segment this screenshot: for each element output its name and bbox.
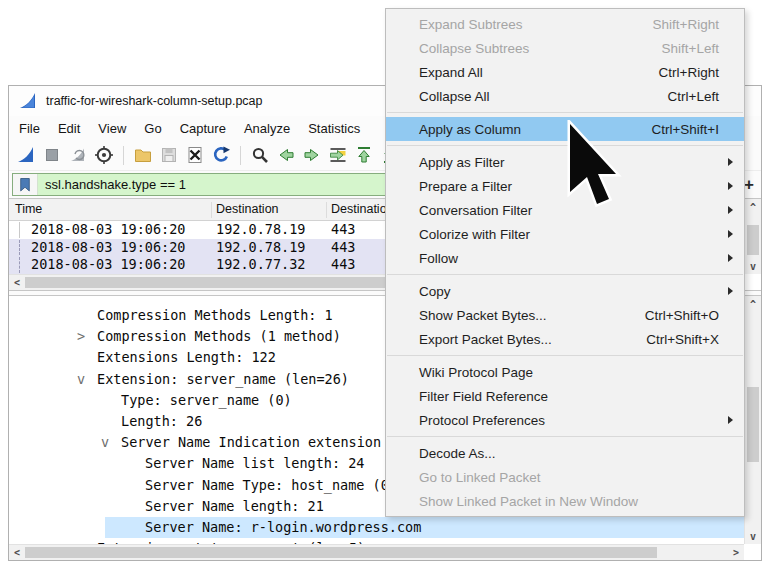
menu-item-shortcut: Ctrl+Shift+I [651, 122, 719, 137]
menu-item[interactable]: Expand All Ctrl+Right [386, 60, 744, 84]
menu-item-label: Wiki Protocol Page [419, 365, 719, 380]
scroll-left-icon[interactable]: < [10, 275, 24, 290]
menu-item-label: Show Packet Bytes... [419, 308, 645, 323]
submenu-arrow-icon [728, 416, 733, 424]
go-to-packet-icon[interactable] [328, 145, 348, 165]
detail-text: Server Name list length: 24 [145, 455, 364, 471]
menu-item[interactable]: Apply as Column Ctrl+Shift+I [386, 117, 744, 141]
menu-item[interactable]: Prepare a Filter [386, 174, 744, 198]
menu-item-label: Decode As... [419, 446, 719, 461]
start-capture-icon[interactable] [16, 145, 36, 165]
menu-item[interactable]: Collapse All Ctrl+Left [386, 84, 744, 108]
tree-expander-icon[interactable] [101, 432, 121, 453]
submenu-arrow-slot [719, 287, 741, 295]
filter-bookmark-button[interactable] [13, 174, 38, 195]
menu-separator [386, 141, 744, 150]
first-packet-icon[interactable] [354, 145, 374, 165]
capture-options-icon[interactable] [94, 145, 114, 165]
toolbar-separator [123, 146, 124, 165]
submenu-arrow-slot [719, 182, 741, 190]
stop-capture-icon[interactable] [42, 145, 62, 165]
restart-capture-icon[interactable] [68, 145, 88, 165]
menu-item-shortcut: Ctrl+Right [659, 65, 719, 80]
detail-text: Compression Methods Length: 1 [97, 307, 333, 323]
menu-item[interactable]: Conversation Filter [386, 198, 744, 222]
next-packet-icon[interactable] [302, 145, 322, 165]
cell-time: 2018-08-03 19:06:20 [31, 256, 185, 274]
tree-expander-icon[interactable] [77, 326, 97, 347]
menu-item[interactable]: Show Packet Bytes... Ctrl+Shift+O [386, 303, 744, 327]
menu-item-label: Colorize with Filter [419, 227, 719, 242]
submenu-arrow-slot [719, 230, 741, 238]
scrollbar-thumb[interactable] [747, 387, 759, 462]
cell-destination-port: 443 [331, 239, 355, 257]
detail-text: Extension: server_name (len=26) [97, 371, 349, 387]
cell-destination: 192.0.77.32 [216, 256, 305, 274]
close-file-icon[interactable] [185, 145, 205, 165]
detail-text: Server Name length: 21 [145, 498, 324, 514]
menubar-item[interactable]: File [10, 119, 49, 138]
menu-item[interactable]: Wiki Protocol Page [386, 360, 744, 384]
submenu-arrow-icon [728, 287, 733, 295]
menubar-item[interactable]: Statistics [299, 119, 369, 138]
column-header-destination[interactable]: Destination [216, 202, 279, 216]
save-file-icon[interactable] [159, 145, 179, 165]
cell-time: 2018-08-03 19:06:20 [31, 239, 185, 257]
menu-item[interactable]: Colorize with Filter [386, 222, 744, 246]
detail-text: Server Name Indication extension [121, 434, 381, 450]
column-divider[interactable] [211, 202, 212, 218]
menu-separator [386, 270, 744, 279]
previous-packet-icon[interactable] [276, 145, 296, 165]
detail-text: Compression Methods (1 method) [97, 328, 341, 344]
column-header-time[interactable]: Time [15, 202, 42, 216]
menubar-item[interactable]: Analyze [235, 119, 299, 138]
scroll-down-icon[interactable]: v [745, 259, 761, 273]
submenu-arrow-icon [728, 254, 733, 262]
menu-item[interactable]: Export Packet Bytes... Ctrl+Shift+X [386, 327, 744, 351]
menu-item-shortcut: Shift+Right [653, 17, 719, 32]
menu-item[interactable]: Filter Field Reference [386, 384, 744, 408]
menu-item[interactable]: Follow [386, 246, 744, 270]
menu-separator [386, 351, 744, 360]
mouse-cursor-icon [566, 120, 622, 212]
menu-item[interactable]: Decode As... [386, 441, 744, 465]
menu-item-shortcut: Ctrl+Shift+O [645, 308, 719, 323]
reload-file-icon[interactable] [211, 145, 231, 165]
details-vertical-scrollbar[interactable]: ^ v [744, 296, 761, 544]
column-divider[interactable] [326, 202, 327, 218]
menu-item-label: Collapse All [419, 89, 668, 104]
menubar-item[interactable]: Go [135, 119, 170, 138]
scrollbar-thumb[interactable] [747, 225, 759, 255]
menu-item-label: Expand Subtrees [419, 17, 653, 32]
scroll-left-icon[interactable]: < [10, 545, 24, 560]
menubar-item[interactable]: Edit [49, 119, 89, 138]
menu-item-label: Expand All [419, 65, 659, 80]
tree-expander-icon[interactable] [77, 369, 97, 390]
packet-list-vertical-scrollbar[interactable]: ^ v [744, 199, 761, 274]
scroll-up-icon[interactable]: ^ [745, 297, 761, 311]
detail-text: Server Name Type: host_name (0) [145, 477, 397, 493]
menu-item[interactable]: Copy [386, 279, 744, 303]
detail-line[interactable]: Server Name: r-login.wordpress.com [9, 517, 744, 538]
menu-item[interactable]: Protocol Preferences [386, 408, 744, 432]
find-packet-icon[interactable] [250, 145, 270, 165]
menubar-item[interactable]: Capture [171, 119, 235, 138]
submenu-arrow-icon [728, 230, 733, 238]
scrollbar-thumb[interactable] [25, 547, 657, 558]
menu-item-label: Go to Linked Packet [419, 470, 719, 485]
open-file-icon[interactable] [133, 145, 153, 165]
scroll-right-icon[interactable]: > [729, 545, 743, 560]
cell-destination-port: 443 [331, 256, 355, 274]
scroll-down-icon[interactable]: v [745, 529, 761, 543]
cell-destination-port: 443 [331, 221, 355, 239]
menubar-item[interactable]: View [89, 119, 135, 138]
menu-item-shortcut: Shift+Left [662, 41, 719, 56]
scroll-up-icon[interactable]: ^ [745, 200, 761, 214]
submenu-arrow-slot [719, 206, 741, 214]
menu-item[interactable]: Apply as Filter [386, 150, 744, 174]
menu-item: Expand Subtrees Shift+Right [386, 12, 744, 36]
bookmark-icon [19, 177, 31, 192]
details-horizontal-scrollbar[interactable]: < > [9, 544, 744, 560]
menu-item-shortcut: Ctrl+Shift+X [646, 332, 719, 347]
window-title: traffic-for-wireshark-column-setup.pcap [46, 94, 263, 108]
